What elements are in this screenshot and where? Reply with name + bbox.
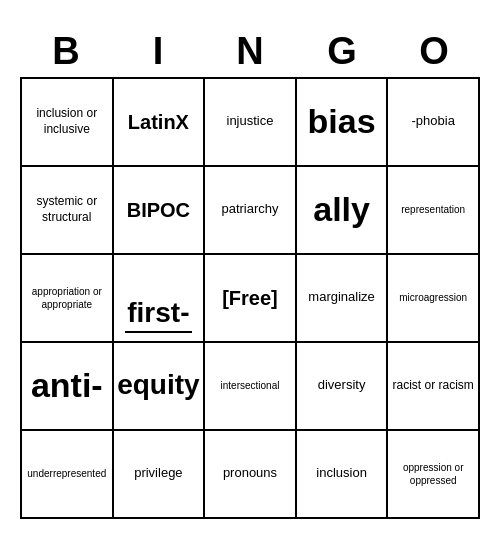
- bingo-header: B I N G O: [20, 26, 480, 77]
- bingo-cell-12[interactable]: [Free]: [205, 255, 297, 343]
- bingo-cell-22[interactable]: pronouns: [205, 431, 297, 519]
- bingo-cell-13[interactable]: marginalize: [297, 255, 389, 343]
- cell-text-3: bias: [308, 99, 376, 143]
- bingo-cell-17[interactable]: intersectional: [205, 343, 297, 431]
- bingo-cell-5[interactable]: systemic or structural: [22, 167, 114, 255]
- cell-text-13: marginalize: [308, 289, 374, 306]
- bingo-cell-9[interactable]: representation: [388, 167, 480, 255]
- cell-text-17: intersectional: [221, 379, 280, 392]
- header-i: I: [112, 26, 204, 77]
- bingo-cell-11[interactable]: first-: [114, 255, 206, 343]
- cell-text-24: oppression or oppressed: [391, 461, 475, 487]
- cell-text-8: ally: [313, 187, 370, 231]
- cell-text-18: diversity: [318, 377, 366, 394]
- cell-text-4: -phobia: [412, 113, 455, 130]
- bingo-cell-14[interactable]: microagression: [388, 255, 480, 343]
- cell-text-1: LatinX: [128, 109, 189, 135]
- cell-text-7: patriarchy: [221, 201, 278, 218]
- cell-text-5: systemic or structural: [25, 194, 109, 225]
- cell-text-10: appropriation or appropriate: [25, 285, 109, 311]
- cell-text-21: privilege: [134, 465, 182, 482]
- bingo-cell-0[interactable]: inclusion or inclusive: [22, 79, 114, 167]
- bingo-cell-1[interactable]: LatinX: [114, 79, 206, 167]
- cell-text-23: inclusion: [316, 465, 367, 482]
- cell-text-20: underrepresented: [27, 467, 106, 480]
- bingo-cell-20[interactable]: underrepresented: [22, 431, 114, 519]
- header-g: G: [296, 26, 388, 77]
- bingo-cell-6[interactable]: BIPOC: [114, 167, 206, 255]
- bingo-cell-21[interactable]: privilege: [114, 431, 206, 519]
- cell-text-15: anti-: [31, 363, 103, 407]
- cell-text-0: inclusion or inclusive: [25, 106, 109, 137]
- bingo-cell-16[interactable]: equity: [114, 343, 206, 431]
- cell-text-12: [Free]: [222, 285, 278, 311]
- cell-text-22: pronouns: [223, 465, 277, 482]
- bingo-cell-24[interactable]: oppression or oppressed: [388, 431, 480, 519]
- cell-text-16: equity: [117, 367, 199, 403]
- header-b: B: [20, 26, 112, 77]
- bingo-cell-3[interactable]: bias: [297, 79, 389, 167]
- bingo-cell-8[interactable]: ally: [297, 167, 389, 255]
- header-n: N: [204, 26, 296, 77]
- bingo-cell-23[interactable]: inclusion: [297, 431, 389, 519]
- bingo-cell-4[interactable]: -phobia: [388, 79, 480, 167]
- bingo-cell-15[interactable]: anti-: [22, 343, 114, 431]
- bingo-cell-7[interactable]: patriarchy: [205, 167, 297, 255]
- bingo-cell-10[interactable]: appropriation or appropriate: [22, 255, 114, 343]
- cell-text-6: BIPOC: [127, 197, 190, 223]
- cell-text-19: racist or racism: [393, 378, 474, 394]
- bingo-cell-2[interactable]: injustice: [205, 79, 297, 167]
- cell-text-14: microagression: [399, 291, 467, 304]
- header-o: O: [388, 26, 480, 77]
- cell-text-9: representation: [401, 203, 465, 216]
- cell-text-2: injustice: [227, 113, 274, 130]
- bingo-cell-18[interactable]: diversity: [297, 343, 389, 431]
- bingo-cell-19[interactable]: racist or racism: [388, 343, 480, 431]
- bingo-grid: inclusion or inclusiveLatinXinjusticebia…: [20, 77, 480, 519]
